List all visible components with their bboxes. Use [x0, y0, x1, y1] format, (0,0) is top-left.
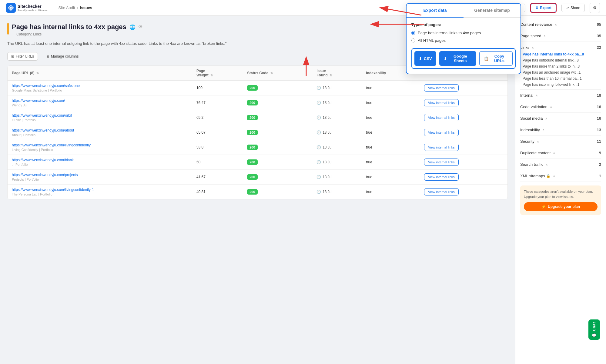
- sheets-icon: ⬇: [444, 56, 447, 61]
- sidebar-subitem-2-5[interactable]: Page has incoming followed link...1: [520, 82, 601, 88]
- url-link-4[interactable]: https://www.wenxinwendyju.com/livingconf…: [12, 143, 91, 147]
- sidebar-subitem-2-3[interactable]: Page has an anchored image wit...1: [520, 69, 601, 75]
- cell-date-2: 🕐 13 Jul: [312, 110, 362, 125]
- filter-urls-button[interactable]: ⊟ Filter URLs: [7, 52, 38, 61]
- sidebar-divider-1: [520, 42, 601, 42]
- cell-action-7: View internal links: [420, 184, 507, 199]
- sidebar-subitem-label-2-4: Page has less than 10 internal ba...1: [523, 76, 582, 81]
- cell-url-7: https://www.wenxinwendyju.com/livingconf…: [8, 184, 192, 199]
- chevron-icon-8: ∧: [553, 151, 555, 155]
- view-internal-links-button-1[interactable]: View internal links: [424, 99, 459, 106]
- sort-icon-status[interactable]: ⇅: [270, 72, 273, 75]
- radio-option1-label[interactable]: Page has internal links to 4xx pages: [411, 31, 516, 35]
- cell-indexability-7: true: [362, 184, 420, 199]
- google-sheets-button[interactable]: ⬇ Google Sheets: [439, 51, 476, 66]
- settings-button[interactable]: ⚙: [590, 3, 600, 13]
- svg-point-3: [10, 7, 12, 9]
- sidebar-item-5[interactable]: Social media ∧ 16: [520, 115, 601, 122]
- sidebar-item-7[interactable]: Security ∧ 11: [520, 138, 601, 145]
- info-icon[interactable]: 🌐: [129, 24, 136, 30]
- csv-button[interactable]: ⬇ CSV: [414, 51, 436, 66]
- url-link-2[interactable]: https://www.wenxinwendyju.com/orbit: [12, 113, 72, 118]
- page-description: The URL has at least one internal outgoi…: [7, 41, 244, 47]
- url-link-5[interactable]: https://www.wenxinwendyju.com/blank: [12, 158, 74, 162]
- view-internal-links-button-2[interactable]: View internal links: [424, 114, 459, 121]
- radio-option1-text: Page has internal links to 4xx pages: [418, 31, 481, 35]
- sidebar-subitem-2-4[interactable]: Page has less than 10 internal ba...1: [520, 75, 601, 82]
- sidebar-item-8[interactable]: Duplicate content ∧ 9: [520, 149, 601, 157]
- manage-columns-button[interactable]: ⊞ Manage columns: [43, 52, 82, 60]
- clock-icon-5: 🕐: [316, 160, 321, 164]
- url-subtitle-2: ORBit | Portfolio: [12, 118, 188, 122]
- url-link-7[interactable]: https://www.wenxinwendyju.com/livingconf…: [12, 188, 94, 192]
- sidebar-divider-6: [520, 135, 601, 136]
- url-subtitle-7: The Persona Lab | Portfolio: [12, 192, 188, 196]
- sidebar-item-label-7: Security: [520, 139, 534, 144]
- copy-icon: 📋: [484, 56, 489, 61]
- url-link-3[interactable]: https://www.wenxinwendyju.com/about: [12, 128, 74, 132]
- url-subtitle-0: Google Maps SafeZone | Portfolio: [12, 88, 188, 92]
- breadcrumb-parent[interactable]: Site Audit: [59, 5, 75, 10]
- cell-date-4: 🕐 13 Jul: [312, 140, 362, 155]
- sidebar-item-1[interactable]: Page speed ∧ 35: [520, 32, 601, 40]
- url-link-6[interactable]: https://www.wenxinwendyju.com/projects: [12, 173, 78, 177]
- status-badge-3: 200: [247, 130, 257, 135]
- sidebar-item-label-group-8: Duplicate content ∧: [520, 151, 555, 155]
- sidebar-section-8: Duplicate content ∧ 9: [520, 149, 601, 159]
- sidebar-item-2[interactable]: Links ∧ 22: [520, 44, 601, 51]
- view-internal-links-button-4[interactable]: View internal links: [424, 144, 459, 151]
- sidebar-item-0[interactable]: Content relevance ∧ 65: [520, 21, 601, 28]
- radio-option1[interactable]: [411, 31, 415, 35]
- view-internal-links-button-5[interactable]: View internal links: [424, 159, 459, 166]
- col-issue-found: IssueFound ⇅: [312, 66, 362, 81]
- sidebar-item-3[interactable]: Internal ∧ 18: [520, 92, 601, 99]
- sidebar-subitem-2-1[interactable]: Page has outbound internal link...8: [520, 57, 601, 63]
- sidebar-divider-2: [520, 89, 601, 90]
- sort-icon-issue[interactable]: ⇅: [330, 74, 332, 77]
- chat-icon: 💬: [592, 332, 596, 337]
- sidebar-item-10[interactable]: XML sitemaps 🔒 ∧ 1: [520, 172, 601, 180]
- chat-button[interactable]: 💬 Chat: [588, 319, 600, 340]
- view-internal-links-button-0[interactable]: View internal links: [424, 84, 459, 92]
- sort-icon-url[interactable]: ⇅: [36, 72, 39, 75]
- view-internal-links-button-6[interactable]: View internal links: [424, 173, 459, 181]
- sidebar-item-count-9: 2: [599, 162, 601, 167]
- export-button[interactable]: ⬇ Export: [531, 4, 556, 12]
- url-link-0[interactable]: https://www.wenxinwendyju.com/safezone: [12, 84, 80, 88]
- sidebar-subitem-2-2[interactable]: Page has more than 2 links to in...3: [520, 63, 601, 69]
- chevron-icon-9: ∧: [546, 163, 548, 166]
- sidebar-item-count-5: 16: [597, 116, 601, 121]
- tab-generate-sitemap[interactable]: Generate sitemap: [464, 4, 521, 17]
- right-sidebar: Content relevance ∧ 65 Page speed ∧ 35 L…: [515, 16, 606, 364]
- share-button[interactable]: ↗ Share: [561, 4, 585, 12]
- sidebar-item-label-2: Links: [520, 45, 529, 50]
- radio-option2-label[interactable]: All HTML pages: [411, 38, 516, 43]
- url-link-1[interactable]: https://www.wenxinwendyju.com/: [12, 99, 65, 103]
- sidebar-divider-9: [520, 170, 601, 170]
- sidebar-subitem-2-0[interactable]: Page has internal links to 4xx pa...8: [520, 51, 601, 57]
- radio-option2[interactable]: [411, 38, 415, 42]
- sidebar-item-count-2: 22: [597, 45, 601, 50]
- copy-urls-button[interactable]: 📋 Copy URLs: [479, 51, 513, 66]
- view-internal-links-button-7[interactable]: View internal links: [424, 188, 459, 195]
- sidebar-item-9[interactable]: Search traffic ∧ 2: [520, 161, 601, 168]
- tab-export-data[interactable]: Export data: [407, 4, 464, 18]
- upgrade-button[interactable]: ⚡ Upgrade your plan: [524, 202, 598, 211]
- csv-icon: ⬇: [419, 56, 422, 61]
- eye-icon[interactable]: 👁: [139, 24, 143, 30]
- status-badge-1: 200: [247, 100, 257, 105]
- sort-icon-weight[interactable]: ⇅: [210, 74, 213, 77]
- sidebar-item-4[interactable]: Code validation ∧ 16: [520, 103, 601, 111]
- cell-indexability-5: true: [362, 155, 420, 169]
- cell-date-5: 🕐 13 Jul: [312, 155, 362, 169]
- view-internal-links-button-3[interactable]: View internal links: [424, 129, 459, 136]
- table-row: https://www.wenxinwendyju.com/ Wendy Ju …: [8, 95, 507, 110]
- breadcrumb-current: Issues: [80, 5, 92, 10]
- logo-name: Sitechecker: [18, 4, 48, 9]
- sidebar-subitem-label-2-3: Page has an anchored image wit...1: [523, 70, 581, 75]
- sidebar-item-label-10: XML sitemaps: [520, 174, 545, 178]
- cell-date-6: 🕐 13 Jul: [312, 169, 362, 184]
- cell-url-2: https://www.wenxinwendyju.com/orbit ORBi…: [8, 110, 192, 125]
- sidebar-item-label-group-6: Indexability ∧: [520, 128, 544, 132]
- sidebar-item-6[interactable]: Indexability ∧ 13: [520, 126, 601, 134]
